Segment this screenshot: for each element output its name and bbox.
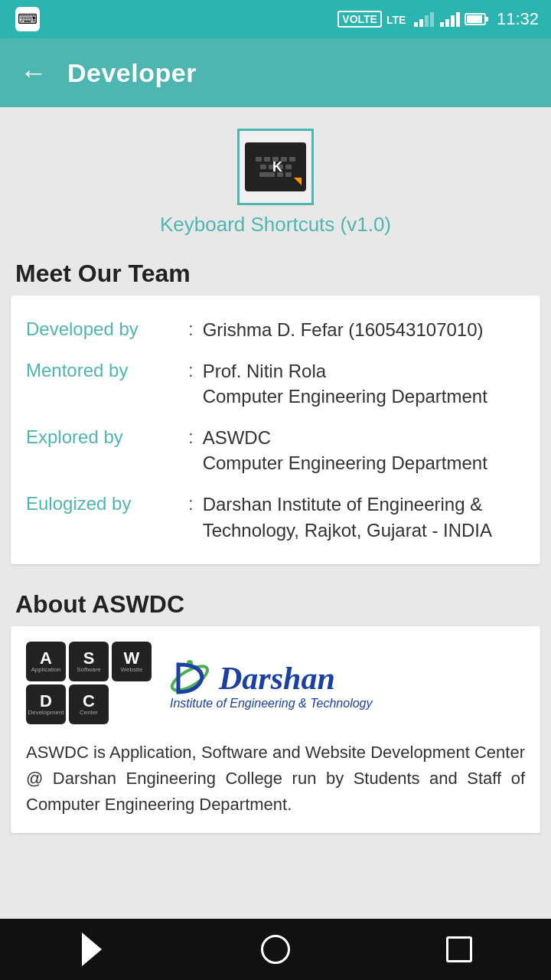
developed-by-row: Developed by : Grishma D. Fefar (1605431… xyxy=(26,309,525,351)
back-arrow-icon: ← xyxy=(20,57,47,89)
status-bar-right: VOLTE LTE 11:32 xyxy=(337,9,539,29)
darshan-name: Darshan xyxy=(219,660,335,697)
darshan-logo: Darshan Institute of Engineering & Techn… xyxy=(167,655,525,710)
app-name: Keyboard Shortcuts (v1.0) xyxy=(160,213,391,237)
back-nav-button[interactable] xyxy=(61,926,122,972)
mentored-by-label: Mentored by xyxy=(26,358,179,381)
team-info-card: Developed by : Grishma D. Fefar (1605431… xyxy=(11,296,540,564)
eulogized-by-label: Eulogized by xyxy=(26,492,179,514)
status-bar: ⌨ VOLTE LTE 11:32 xyxy=(0,0,551,38)
back-nav-icon xyxy=(82,933,102,966)
about-aswdc-title: About ASWDC xyxy=(0,580,551,626)
app-icon-container: K xyxy=(237,129,314,205)
explored-by-label: Explored by xyxy=(26,425,179,448)
svg-rect-7 xyxy=(451,15,455,27)
svg-rect-10 xyxy=(467,15,482,23)
keyboard-icon: K xyxy=(245,142,306,191)
about-section: About ASWDC A Application S Software W W… xyxy=(0,580,551,833)
home-nav-icon xyxy=(261,935,290,964)
aswdc-cell-a: A Application xyxy=(26,642,66,681)
svg-rect-8 xyxy=(456,12,460,27)
signal-bars-1 xyxy=(412,11,434,27)
app-bar: ← Developer xyxy=(0,38,551,107)
darshan-subtitle: Institute of Engineering & Technology xyxy=(170,697,372,710)
colon-1: : xyxy=(188,317,194,340)
signal-bars-2 xyxy=(439,11,460,27)
mentored-by-value: Prof. Nitin RolaComputer Engineering Dep… xyxy=(203,358,525,410)
eulogized-by-value: Darshan Institute of Engineering & Techn… xyxy=(203,492,525,543)
bottom-nav xyxy=(0,919,551,980)
eulogized-by-row: Eulogized by : Darshan Institute of Engi… xyxy=(26,484,525,550)
developed-by-value: Grishma D. Fefar (160543107010) xyxy=(203,317,525,343)
developed-by-label: Developed by xyxy=(26,317,179,340)
colon-3: : xyxy=(188,425,194,448)
home-nav-button[interactable] xyxy=(245,926,306,972)
svg-rect-11 xyxy=(486,17,488,21)
recents-nav-button[interactable] xyxy=(429,926,490,972)
app-icon-section: K Keyboard Shortcuts (v1.0) xyxy=(0,107,551,249)
aswdc-cell-s: S Software xyxy=(69,642,109,681)
logos-row: A Application S Software W Website D Dev… xyxy=(26,642,525,724)
svg-rect-3 xyxy=(425,15,429,27)
colon-2: : xyxy=(188,358,194,381)
svg-text:LTE: LTE xyxy=(386,14,406,26)
svg-rect-6 xyxy=(445,19,449,27)
meet-team-title: Meet Our Team xyxy=(0,249,551,296)
darshan-d-icon xyxy=(167,655,213,701)
about-card: A Application S Software W Website D Dev… xyxy=(11,626,540,833)
mentored-by-row: Mentored by : Prof. Nitin RolaComputer E… xyxy=(26,351,525,417)
lte-icon: LTE xyxy=(386,11,408,27)
aswdc-cell-c: C Center xyxy=(69,684,109,724)
svg-rect-2 xyxy=(419,19,423,27)
back-button[interactable]: ← xyxy=(15,52,52,93)
main-content: K Keyboard Shortcuts (v1.0) Meet Our Tea… xyxy=(0,107,551,919)
about-description: ASWDC is Application, Software and Websi… xyxy=(26,740,525,818)
page-title: Developer xyxy=(67,58,197,88)
clock: 11:32 xyxy=(497,9,539,29)
aswdc-logo: A Application S Software W Website D Dev… xyxy=(26,642,152,724)
aswdc-cell-w: W Website xyxy=(112,642,152,681)
battery-icon xyxy=(465,11,489,27)
explored-by-row: Explored by : ASWDCComputer Engineering … xyxy=(26,417,525,484)
volte-badge: VOLTE xyxy=(337,11,382,28)
recents-nav-icon xyxy=(446,936,472,962)
svg-rect-4 xyxy=(430,12,434,27)
colon-4: : xyxy=(188,492,194,514)
status-bar-app-icon: ⌨ xyxy=(15,7,40,31)
svg-rect-5 xyxy=(440,22,444,27)
aswdc-cell-d: D Development xyxy=(26,684,66,724)
darshan-text-logo: Darshan xyxy=(167,655,335,701)
svg-rect-1 xyxy=(414,22,418,27)
explored-by-value: ASWDCComputer Engineering Department xyxy=(203,425,525,476)
